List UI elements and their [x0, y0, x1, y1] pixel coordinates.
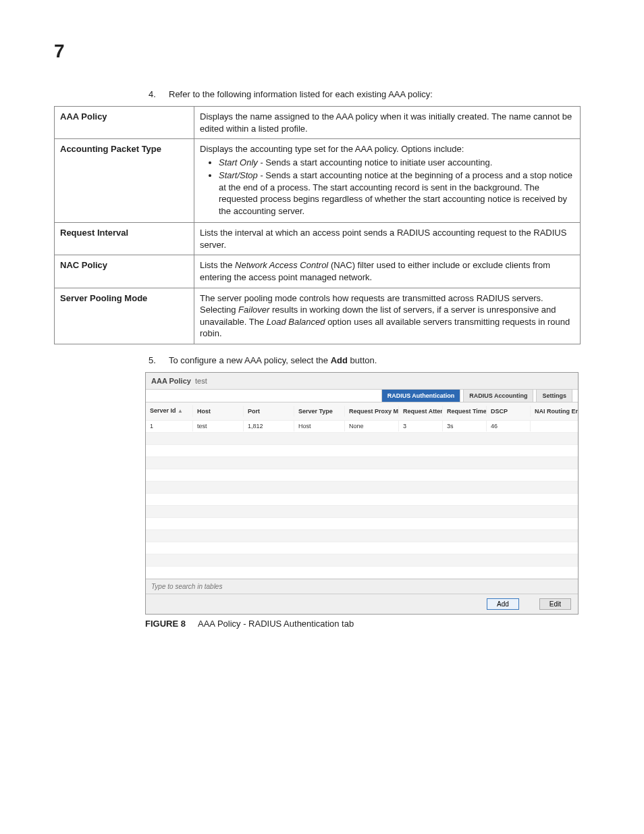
col-dscp[interactable]: DSCP — [487, 406, 531, 417]
col-port[interactable]: Port — [244, 406, 294, 417]
cell: 3s — [443, 421, 487, 432]
bullet: Start/Stop - Sends a start accounting no… — [219, 170, 574, 217]
cell: test — [193, 421, 244, 432]
header-text: Server Id — [150, 407, 176, 414]
row-desc: The server pooling mode controls how req… — [194, 288, 581, 344]
row-label: Request Interval — [55, 223, 194, 255]
title-label: AAA Policy — [151, 377, 191, 385]
bullet-text: - Sends a start accounting notice to ini… — [258, 157, 493, 167]
cell: Host — [294, 421, 345, 432]
cell — [531, 424, 578, 428]
tab-bar: RADIUS Authentication RADIUS Accounting … — [146, 389, 578, 402]
grid-row-empty — [146, 554, 578, 567]
col-request-attempts[interactable]: Request Attempts — [399, 406, 443, 417]
screenshot-title: AAA Policy test — [146, 373, 578, 389]
cell: 1 — [146, 421, 193, 432]
italic-text: Failover — [238, 305, 269, 315]
grid-row[interactable]: 1 test 1,812 Host None 3 3s 46 — [146, 421, 578, 433]
table-row: Server Pooling Mode The server pooling m… — [55, 288, 581, 344]
tab-settings[interactable]: Settings — [536, 390, 572, 402]
sort-asc-icon: ▲ — [178, 408, 184, 415]
cell: 1,812 — [244, 421, 294, 432]
col-host[interactable]: Host — [193, 406, 244, 417]
cell: 46 — [487, 421, 531, 432]
grid-row-empty — [146, 530, 578, 542]
intro-text: Displays the accounting type set for the… — [200, 144, 464, 154]
tab-radius-accounting[interactable]: RADIUS Accounting — [463, 390, 533, 402]
text: button. — [348, 355, 377, 365]
step-number: 5. — [149, 355, 169, 365]
bullet-text: - Sends a start accounting notice at the… — [219, 170, 572, 216]
table-row: Accounting Packet Type Displays the acco… — [55, 139, 581, 223]
italic-text: Start Only — [219, 157, 258, 167]
row-desc: Lists the Network Access Control (NAC) f… — [194, 255, 581, 288]
step-4: 4. Refer to the following information li… — [149, 89, 590, 99]
bullet: Start Only - Sends a start accounting no… — [219, 157, 574, 169]
row-label: Server Pooling Mode — [55, 288, 194, 344]
row-desc: Lists the interval at which an access po… — [194, 223, 581, 255]
grid-row-empty — [146, 494, 578, 506]
bold-text: Add — [331, 355, 348, 365]
step-5: 5. To configure a new AAA policy, select… — [149, 355, 590, 365]
col-proxy-mode[interactable]: Request Proxy Mode — [345, 406, 399, 417]
grid-row-empty — [146, 542, 578, 554]
figure-caption: FIGURE 8AAA Policy - RADIUS Authenticati… — [145, 619, 590, 629]
italic-text: Load Balanced — [267, 317, 325, 327]
edit-button[interactable]: Edit — [539, 598, 571, 610]
row-label: AAA Policy — [55, 107, 194, 139]
col-nai-routing[interactable]: NAI Routing Enable — [531, 406, 578, 417]
row-label: NAC Policy — [55, 255, 194, 288]
grid-row-empty — [146, 481, 578, 494]
step-text: To configure a new AAA policy, select th… — [169, 355, 590, 365]
tab-radius-authentication[interactable]: RADIUS Authentication — [381, 390, 461, 402]
aaa-policy-screenshot: AAA Policy test RADIUS Authentication RA… — [145, 372, 579, 615]
table-row: AAA Policy Displays the name assigned to… — [55, 107, 581, 139]
table-search — [146, 579, 578, 594]
figure-label: FIGURE 8 — [145, 619, 186, 629]
italic-text: Network Access Control — [235, 260, 328, 270]
grid-row-empty — [146, 506, 578, 518]
col-server-type[interactable]: Server Type — [294, 406, 345, 417]
title-value: test — [195, 377, 207, 385]
cell: 3 — [399, 421, 443, 432]
step-number: 4. — [149, 89, 169, 99]
cell: None — [345, 421, 399, 432]
col-request-timeout[interactable]: Request Timeout — [443, 406, 487, 417]
text: To configure a new AAA policy, select th… — [169, 355, 331, 365]
aaa-info-table: AAA Policy Displays the name assigned to… — [54, 106, 581, 344]
grid-header: Server Id ▲ Host Port Server Type Reques… — [146, 402, 578, 421]
text: Lists the — [200, 260, 235, 270]
grid-row-empty — [146, 469, 578, 481]
data-grid: Server Id ▲ Host Port Server Type Reques… — [146, 402, 578, 579]
search-input[interactable] — [150, 582, 301, 591]
add-button[interactable]: Add — [487, 598, 519, 610]
button-bar: Add Edit — [146, 594, 578, 614]
row-desc: Displays the name assigned to the AAA po… — [194, 107, 581, 139]
figure-text: AAA Policy - RADIUS Authentication tab — [198, 619, 354, 629]
table-row: Request Interval Lists the interval at w… — [55, 223, 581, 255]
step-text: Refer to the following information liste… — [169, 89, 590, 99]
row-label: Accounting Packet Type — [55, 139, 194, 223]
grid-row-empty — [146, 518, 578, 530]
grid-row-empty — [146, 457, 578, 469]
grid-row-empty — [146, 433, 578, 445]
chapter-number: 7 — [54, 41, 590, 62]
row-desc: Displays the accounting type set for the… — [194, 139, 581, 223]
col-server-id[interactable]: Server Id ▲ — [146, 405, 193, 417]
italic-text: Start/Stop — [219, 170, 258, 180]
grid-row-empty — [146, 567, 578, 579]
grid-row-empty — [146, 445, 578, 457]
table-row: NAC Policy Lists the Network Access Cont… — [55, 255, 581, 288]
